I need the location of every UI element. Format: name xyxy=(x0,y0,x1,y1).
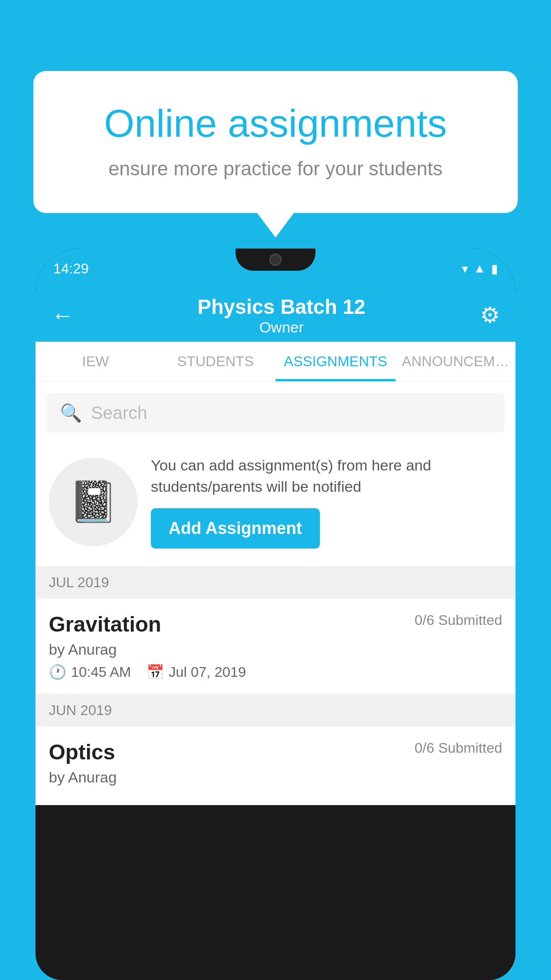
assignment-by-optics: by Anurag xyxy=(49,769,502,786)
status-time: 14:29 xyxy=(53,261,89,277)
section-header-jul: JUL 2019 xyxy=(35,566,516,599)
promo-text-area: You can add assignment(s) from here and … xyxy=(151,455,502,549)
assignment-by-gravitation: by Anurag xyxy=(49,641,502,658)
tab-iew[interactable]: IEW xyxy=(35,342,156,381)
assignment-title-optics: Optics xyxy=(49,740,115,764)
clock-icon: 🕐 xyxy=(49,664,67,680)
app-bar-subtitle: Owner xyxy=(83,319,480,336)
bubble-title: Online assignments xyxy=(69,102,482,145)
phone-frame: 14:29 ▾ ▲ ▮ ← Physics Batch 12 Owner ⚙ I… xyxy=(35,249,516,980)
search-icon: 🔍 xyxy=(60,403,82,423)
promo-section: 📓 You can add assignment(s) from here an… xyxy=(35,442,516,566)
phone-notch xyxy=(236,249,315,271)
promo-description: You can add assignment(s) from here and … xyxy=(151,455,502,497)
notebook-icon: 📓 xyxy=(68,478,118,525)
assignment-item-optics[interactable]: Optics 0/6 Submitted by Anurag xyxy=(35,727,516,805)
app-bar-title: Physics Batch 12 xyxy=(83,295,480,319)
back-button[interactable]: ← xyxy=(51,302,74,328)
add-assignment-button[interactable]: Add Assignment xyxy=(151,508,320,549)
app-bar-center: Physics Batch 12 Owner xyxy=(83,295,480,336)
promo-icon-circle: 📓 xyxy=(49,458,138,546)
search-bar[interactable]: 🔍 Search xyxy=(47,393,504,433)
calendar-icon: 📅 xyxy=(146,664,164,680)
tabs-bar: IEW STUDENTS ASSIGNMENTS ANNOUNCEM… xyxy=(35,342,516,382)
assignment-title-gravitation: Gravitation xyxy=(49,612,161,636)
status-bar: 14:29 ▾ ▲ ▮ xyxy=(35,249,516,288)
assignment-submitted-gravitation: 0/6 Submitted xyxy=(415,612,502,628)
content-area: 🔍 Search 📓 You can add assignment(s) fro… xyxy=(35,382,516,805)
battery-icon: ▮ xyxy=(491,261,498,276)
assignment-time-gravitation: 🕐 10:45 AM xyxy=(49,664,131,680)
speech-bubble: Online assignments ensure more practice … xyxy=(33,71,518,213)
tab-announcements[interactable]: ANNOUNCEM… xyxy=(396,342,516,381)
assignment-top-row-optics: Optics 0/6 Submitted xyxy=(49,740,502,764)
bubble-subtitle: ensure more practice for your students xyxy=(69,158,482,180)
assignment-meta-gravitation: 🕐 10:45 AM 📅 Jul 07, 2019 xyxy=(49,664,502,680)
assignment-date-gravitation: 📅 Jul 07, 2019 xyxy=(146,664,246,680)
camera xyxy=(269,253,282,266)
assignment-submitted-optics: 0/6 Submitted xyxy=(415,740,502,756)
signal-icon: ▲ xyxy=(473,261,486,276)
tab-assignments[interactable]: ASSIGNMENTS xyxy=(276,342,396,381)
app-bar: ← Physics Batch 12 Owner ⚙ xyxy=(35,288,516,342)
tab-students[interactable]: STUDENTS xyxy=(156,342,276,381)
wifi-icon: ▾ xyxy=(462,261,468,276)
speech-bubble-container: Online assignments ensure more practice … xyxy=(33,71,518,213)
assignment-top-row: Gravitation 0/6 Submitted xyxy=(49,612,502,636)
search-placeholder: Search xyxy=(91,403,147,423)
status-icons: ▾ ▲ ▮ xyxy=(462,261,498,276)
assignment-item-gravitation[interactable]: Gravitation 0/6 Submitted by Anurag 🕐 10… xyxy=(35,599,516,694)
settings-icon[interactable]: ⚙ xyxy=(480,302,500,328)
section-header-jun: JUN 2019 xyxy=(35,694,516,727)
